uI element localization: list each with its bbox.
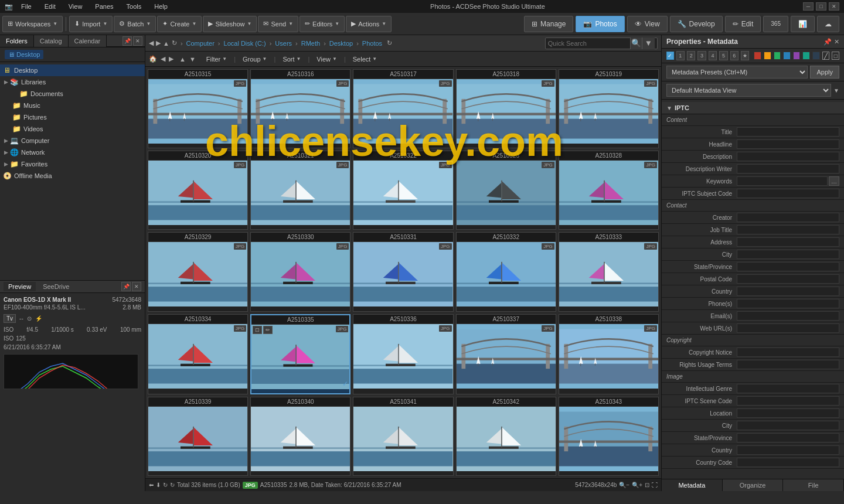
meta-num-2[interactable]: 2: [687, 51, 695, 60]
photo-thumb-A2510321[interactable]: A2510321 JPG: [250, 151, 350, 230]
right-panel-close-btn[interactable]: ✕: [834, 38, 839, 46]
iptc-scene-input[interactable]: [737, 396, 839, 406]
path-rmeth[interactable]: RMeth: [301, 40, 320, 47]
iptc-email-input[interactable]: [737, 311, 839, 321]
sort-btn[interactable]: Sort ▼: [278, 55, 305, 64]
meta-color-purple[interactable]: [793, 52, 801, 60]
photo-thumb-A2510340[interactable]: A2510340: [250, 397, 350, 476]
file-menu[interactable]: File: [16, 2, 36, 11]
sidebar-pin-btn[interactable]: 📌: [122, 36, 132, 46]
meta-color-dark[interactable]: [812, 52, 820, 60]
photo-thumb-A2510328[interactable]: A2510328 JPG: [559, 151, 659, 230]
iptc-country-code-input[interactable]: [737, 458, 839, 467]
iptc-location-input[interactable]: [737, 408, 839, 418]
iptc-genre-input[interactable]: [737, 384, 839, 393]
minimize-btn[interactable]: ─: [803, 2, 814, 11]
tree-item-desktop[interactable]: 🖥 Desktop: [0, 64, 145, 76]
statusbar-nav-3[interactable]: ↻: [163, 482, 168, 488]
tree-item-libraries[interactable]: ▶ 📚 Libraries: [0, 76, 145, 88]
group-btn[interactable]: Group ▼: [238, 55, 272, 64]
create-btn[interactable]: ✦ Create ▼: [157, 16, 202, 32]
photo-thumb-A2510334[interactable]: A2510334 JPG: [148, 314, 248, 394]
sidebar-close-btn[interactable]: ✕: [133, 36, 142, 46]
view-select[interactable]: Default Metadata View: [666, 84, 831, 97]
tab-folders[interactable]: Folders: [0, 35, 34, 47]
tree-item-network[interactable]: ▶ 🌐 Network: [0, 147, 145, 158]
import-btn[interactable]: ⬇ Import ▼: [69, 16, 113, 32]
photo-thumb-A2510323[interactable]: A2510323 JPG: [456, 151, 556, 230]
preview-close-btn[interactable]: ✕: [132, 282, 141, 291]
manage-mode-btn[interactable]: ⊞ Manage: [524, 16, 573, 32]
right-panel-pin-btn[interactable]: 📌: [823, 38, 832, 46]
iptc-creator-input[interactable]: [737, 213, 839, 222]
photo-thumb-A2510335[interactable]: A2510335 JPG⊡✏✓: [250, 314, 350, 394]
tab-organize[interactable]: Organize: [723, 479, 784, 491]
tree-item-offline[interactable]: 📀 Offline Media: [0, 170, 145, 182]
photo-thumb-A2510330[interactable]: A2510330 JPG: [250, 232, 350, 311]
slideshow-btn[interactable]: ▶ Slideshow ▼: [203, 16, 257, 32]
iptc-postal-input[interactable]: [737, 274, 839, 284]
tab-metadata[interactable]: Metadata: [662, 479, 723, 491]
meta-color-green[interactable]: [774, 52, 781, 60]
photo-thumb-A2510318[interactable]: A2510318 JPG: [456, 69, 556, 148]
edit-mode-btn[interactable]: ✏ Edit: [725, 16, 761, 32]
photo-thumb-A2510319[interactable]: A2510319 JPG: [559, 69, 659, 148]
photo-thumb-A2510332[interactable]: A2510332 JPG: [456, 232, 556, 311]
statusbar-nav-1[interactable]: ⬅: [149, 482, 154, 488]
nav-up-btn[interactable]: ▲: [163, 40, 169, 47]
view-mode-btn[interactable]: 👁 View: [627, 16, 668, 32]
tab-preview[interactable]: Preview: [4, 282, 36, 291]
meta-color-cyan[interactable]: [802, 52, 810, 60]
workspaces-btn[interactable]: ⊞ Workspaces ▼: [2, 16, 63, 32]
photo-thumb-A2510315[interactable]: A2510315 JPG: [148, 69, 248, 148]
iptc-img-state-input[interactable]: [737, 433, 839, 442]
tools-menu[interactable]: Tools: [122, 2, 147, 11]
send-btn[interactable]: ✉ Send ▼: [258, 16, 298, 32]
tree-item-favorites[interactable]: ▶ 📁 Favorites: [0, 158, 145, 170]
iptc-description-input[interactable]: [737, 152, 839, 161]
path-desktop[interactable]: Desktop: [329, 40, 353, 47]
view-menu[interactable]: View: [64, 2, 87, 11]
apply-btn[interactable]: Apply: [810, 66, 839, 79]
iptc-subject-input[interactable]: [737, 189, 839, 198]
help-menu[interactable]: Help: [149, 2, 172, 11]
tree-item-music[interactable]: 📁 Music: [0, 100, 145, 111]
develop-mode-btn[interactable]: 🔧 Develop: [670, 16, 723, 32]
search-button[interactable]: 🔍: [630, 38, 642, 49]
filter-btn[interactable]: Filter ▼: [202, 55, 232, 64]
editors-btn[interactable]: ✏ Editors ▼: [300, 16, 345, 32]
photo-thumb-A2510342[interactable]: A2510342: [456, 397, 556, 476]
actions-btn[interactable]: ▶ Actions ▼: [346, 16, 392, 32]
photo-thumb-A2510316[interactable]: A2510316 JPG: [250, 69, 350, 148]
meta-diagonal-btn[interactable]: ╱: [822, 52, 830, 60]
iptc-rights-input[interactable]: [737, 360, 839, 369]
iptc-desc-writer-input[interactable]: [737, 164, 839, 173]
zoom-in-btn[interactable]: 🔍+: [632, 482, 642, 488]
crop-icon[interactable]: ⊡: [253, 326, 262, 334]
photo-thumb-A2510341[interactable]: A2510341: [353, 397, 453, 476]
iptc-address-input[interactable]: [737, 237, 839, 247]
365-btn[interactable]: 365: [763, 16, 788, 32]
iptc-keywords-btn[interactable]: …: [829, 176, 839, 186]
stats-btn[interactable]: 📊: [791, 16, 815, 32]
photo-thumb-A2510343[interactable]: A2510343: [559, 397, 659, 476]
photo-thumb-A2510322[interactable]: A2510322 JPG: [353, 151, 453, 230]
photo-thumb-A2510333[interactable]: A2510333 JPG: [559, 232, 659, 311]
photo-thumb-A2510336[interactable]: A2510336 JPG: [353, 314, 453, 394]
batch-btn[interactable]: ⚙ Batch ▼: [114, 16, 156, 32]
iptc-header[interactable]: ▼ IPTC: [662, 102, 844, 114]
nav-forward-btn[interactable]: ▶: [156, 39, 161, 47]
photo-thumb-A2510331[interactable]: A2510331 JPG: [353, 232, 453, 311]
photo-thumb-A2510339[interactable]: A2510339: [148, 397, 248, 476]
path-disk[interactable]: Local Disk (C:): [224, 40, 266, 47]
iptc-title-input[interactable]: [737, 127, 839, 137]
presets-select[interactable]: Metadata Presets (Ctrl+M): [666, 66, 808, 79]
iptc-web-input[interactable]: [737, 323, 839, 333]
photo-thumb-A2510337[interactable]: A2510337 JPG: [456, 314, 556, 394]
tab-seedrive[interactable]: SeeDrive: [38, 282, 74, 291]
tree-item-documents[interactable]: 📁 Documents: [0, 88, 145, 100]
meta-num-4[interactable]: 4: [709, 51, 717, 60]
photos-mode-btn[interactable]: 📷 Photos: [576, 16, 624, 32]
meta-num-3[interactable]: 3: [697, 51, 706, 60]
search-input[interactable]: [548, 40, 630, 47]
